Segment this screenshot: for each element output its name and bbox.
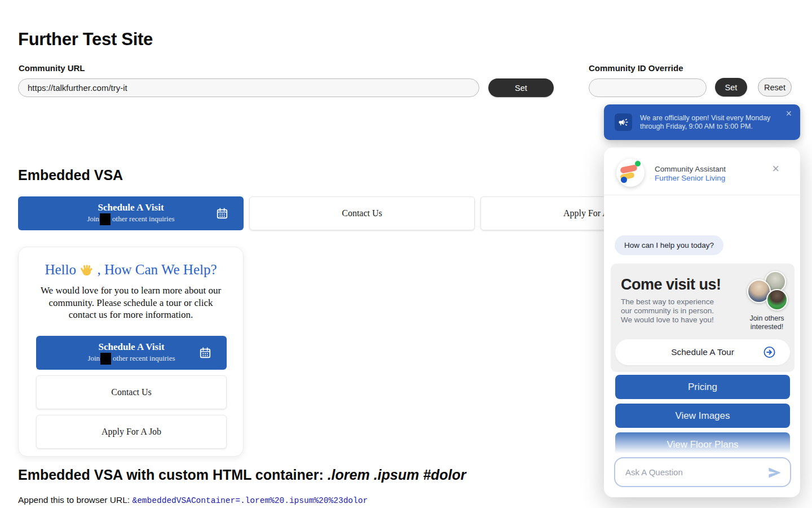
come-visit-heading: Come visit us!	[621, 276, 721, 294]
schedule-a-visit-label: Schedule A Visit	[98, 341, 164, 353]
page: Further Test Site Community URL Set Comm…	[0, 0, 812, 508]
schedule-a-tour-label: Schedule A Tour	[671, 347, 734, 357]
question-input-wrap	[614, 457, 791, 487]
assistant-message-bubble: How can I help you today?	[615, 235, 723, 255]
schedule-a-visit-subtitle: Joinother recent inquiries	[87, 353, 175, 365]
come-visit-body: The best way to experience our community…	[621, 297, 722, 325]
send-icon[interactable]	[767, 465, 782, 480]
append-url-line: Append this to browser URL: &embeddedVSA…	[18, 495, 368, 505]
hello-body: We would love for you to learn more abou…	[34, 284, 227, 321]
community-name-link[interactable]: Further Senior Living	[655, 174, 725, 182]
community-id-reset-button[interactable]: Reset	[758, 78, 792, 97]
avatars-caption: Join others interested!	[736, 314, 798, 331]
announcement-banner: We are officially open! Visit every Mond…	[604, 104, 800, 140]
chat-close-icon[interactable]: ×	[772, 163, 779, 175]
ask-question-input[interactable]	[625, 458, 761, 486]
chat-header: Community Assistant Further Senior Livin…	[604, 147, 800, 195]
megaphone-icon	[618, 117, 629, 128]
view-images-button[interactable]: View Images	[615, 404, 790, 428]
contact-us-label: Contact Us	[342, 208, 382, 218]
redacted-number	[100, 213, 111, 225]
view-floor-plans-button[interactable]: View Floor Plans	[615, 432, 790, 457]
community-url-input[interactable]	[18, 78, 479, 97]
contact-us-button[interactable]: Contact Us	[249, 196, 475, 230]
schedule-a-visit-subtitle: Joinother recent inquiries	[87, 213, 174, 225]
page-title: Further Test Site	[18, 29, 153, 50]
community-url-set-button[interactable]: Set	[488, 78, 554, 97]
megaphone-icon-box	[615, 113, 632, 131]
apply-for-a-job-label: Apply For A Job	[102, 427, 161, 437]
assistant-label: Community Assistant	[655, 165, 726, 173]
schedule-a-visit-label: Schedule A Visit	[98, 202, 164, 213]
announcement-text: We are officially open! Visit every Mond…	[640, 114, 781, 130]
custom-container-selectors: .lorem .ipsum #dolor	[328, 467, 466, 483]
avatar	[766, 289, 788, 310]
banner-close-icon[interactable]: ×	[785, 108, 792, 119]
vsa-hello-card: Hello , How Can We Help? We would love f…	[18, 247, 244, 457]
custom-container-heading: Embedded VSA with custom HTML container:…	[18, 467, 466, 483]
apply-for-a-job-button-card[interactable]: Apply For A Job	[36, 415, 227, 449]
embedded-vsa-heading: Embedded VSA	[18, 167, 123, 183]
come-visit-card: Come visit us! The best way to experienc…	[611, 264, 795, 372]
waving-hand-icon	[80, 263, 94, 277]
arrow-circle-right-icon	[763, 346, 776, 359]
chat-widget-panel: Community Assistant Further Senior Livin…	[604, 147, 800, 497]
pricing-button[interactable]: Pricing	[615, 375, 790, 399]
append-url-code: &embeddedVSAContainer=.lorem%20.ipsum%20…	[132, 496, 368, 505]
calendar-icon	[216, 207, 228, 220]
community-id-label: Community ID Override	[589, 63, 683, 73]
community-url-label: Community URL	[19, 63, 85, 73]
calendar-icon	[199, 347, 211, 359]
schedule-a-visit-button-card[interactable]: Schedule A Visit Joinother recent inquir…	[36, 336, 227, 370]
further-logo	[616, 159, 645, 187]
community-id-set-button[interactable]: Set	[715, 78, 747, 97]
redacted-number	[100, 353, 111, 365]
contact-us-label: Contact Us	[111, 387, 152, 397]
schedule-a-visit-button[interactable]: Schedule A Visit Joinother recent inquir…	[18, 196, 244, 230]
contact-us-button-card[interactable]: Contact Us	[36, 375, 227, 409]
logo-blue-dot	[621, 177, 627, 183]
schedule-a-tour-button[interactable]: Schedule A Tour	[615, 339, 790, 365]
hello-heading: Hello , How Can We Help?	[19, 262, 243, 278]
community-id-input[interactable]	[589, 78, 707, 97]
